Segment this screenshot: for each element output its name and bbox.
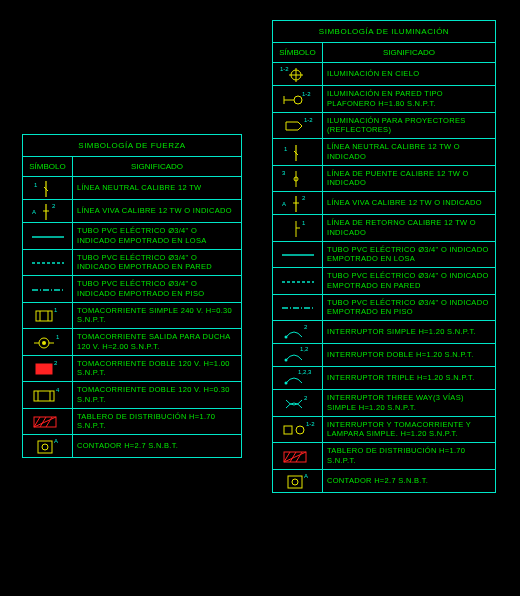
tube-pared-icon xyxy=(23,250,73,276)
int-toma-lamp-icon: 1-2 xyxy=(273,417,323,443)
iluminacion-meaning: TUBO PVC ELÉCTRICO Ø3/4" O INDICADO EMPO… xyxy=(323,268,495,294)
iluminacion-title: SIMBOLOGÍA DE ILUMINACIÓN xyxy=(273,21,495,43)
svg-point-15 xyxy=(42,341,46,345)
iluminacion-row: A2LÍNEA VIVA CALIBRE 12 TW O INDICADO xyxy=(273,192,495,215)
iluminacion-row: ACONTADOR H=2.7 S.N.B.T. xyxy=(273,470,495,492)
fuerza-meaning: TUBO PVC ELÉCTRICO Ø3/4" O INDICADO EMPO… xyxy=(73,276,241,302)
fuerza-title: SIMBOLOGÍA DE FUERZA xyxy=(23,135,241,157)
svg-text:2: 2 xyxy=(302,195,306,201)
svg-point-58 xyxy=(284,336,287,339)
svg-point-31 xyxy=(42,444,48,450)
iluminacion-meaning: LÍNEA NEUTRAL CALIBRE 12 TW O INDICADO xyxy=(323,139,495,165)
svg-text:2: 2 xyxy=(304,395,308,401)
fuerza-meaning: TUBO PVC ELÉCTRICO Ø3/4" O INDICADO EMPO… xyxy=(73,223,241,249)
fuerza-row: TABLERO DE DISTRIBUCIÓN H=1.70 S.N.P.T. xyxy=(23,409,241,436)
fuerza-row: A2LÍNEA VIVA CALIBRE 12 TW O INDICADO xyxy=(23,200,241,223)
ilum-pared-icon: 1-2 xyxy=(273,86,323,112)
puente-line-icon: 3 xyxy=(273,166,323,192)
svg-rect-21 xyxy=(34,391,54,401)
svg-rect-65 xyxy=(284,426,292,434)
svg-text:A: A xyxy=(304,473,308,479)
iluminacion-meaning: TABLERO DE DISTRIBUCIÓN H=1.70 S.N.P.T. xyxy=(323,443,495,469)
fuerza-row: 2TOMACORRIENTE DOBLE 120 V. H=1.00 S.N.P… xyxy=(23,356,241,383)
iluminacion-row: 3LÍNEA DE PUENTE CALIBRE 12 TW O INDICAD… xyxy=(273,166,495,193)
svg-text:1: 1 xyxy=(284,146,288,152)
tube-pared-r-icon xyxy=(273,268,323,294)
iluminacion-meaning: ILUMINACIÓN EN CIELO xyxy=(323,63,495,85)
iluminacion-meaning: ILUMINACIÓN PARA PROYECTORES (REFLECTORE… xyxy=(323,113,495,139)
iluminacion-header: SÍMBOLO SIGNIFICADO xyxy=(273,43,495,63)
iluminacion-row: TABLERO DE DISTRIBUCIÓN H=1.70 S.N.P.T. xyxy=(273,443,495,470)
iluminacion-meaning: INTERRUPTOR THREE WAY(3 VÍAS) SIMPLE H=1… xyxy=(323,390,495,416)
svg-text:2: 2 xyxy=(52,203,56,209)
toma-simple-icon: 1 xyxy=(23,303,73,329)
fuerza-meaning: TUBO PVC ELÉCTRICO Ø3/4" O INDICADO EMPO… xyxy=(73,250,241,276)
svg-point-66 xyxy=(296,426,304,434)
iluminacion-row: 1,2,3INTERRUPTOR TRIPLE H=1.20 S.N.P.T. xyxy=(273,367,495,390)
fuerza-header-meaning: SIGNIFICADO xyxy=(73,157,241,176)
fuerza-header-symbol: SÍMBOLO xyxy=(23,157,73,176)
fuerza-row: 1TOMACORRIENTE SIMPLE 240 V. H=0.30 S.N.… xyxy=(23,303,241,330)
contador-icon: A xyxy=(23,435,73,457)
svg-text:1: 1 xyxy=(56,334,60,340)
contador-r-icon: A xyxy=(273,470,323,492)
tube-losa-r-icon xyxy=(273,242,323,268)
iluminacion-header-meaning: SIGNIFICADO xyxy=(323,43,495,62)
fuerza-row: TUBO PVC ELÉCTRICO Ø3/4" O INDICADO EMPO… xyxy=(23,276,241,303)
toma-doble-100-icon: 2 xyxy=(23,356,73,382)
iluminacion-meaning: INTERRUPTOR Y TOMACORRIENTE Y LAMPARA SI… xyxy=(323,417,495,443)
iluminacion-meaning: CONTADOR H=2.7 S.N.B.T. xyxy=(323,470,495,492)
toma-doble-030-icon: 4 xyxy=(23,382,73,408)
fuerza-panel: SIMBOLOGÍA DE FUERZA SÍMBOLO SIGNIFICADO… xyxy=(22,134,242,458)
svg-text:A: A xyxy=(32,209,36,215)
svg-point-62 xyxy=(284,382,287,385)
iluminacion-row: TUBO PVC ELÉCTRICO Ø3/4" O INDICADO EMPO… xyxy=(273,242,495,269)
svg-text:4: 4 xyxy=(56,387,60,393)
svg-point-74 xyxy=(292,479,298,485)
svg-text:1: 1 xyxy=(34,182,38,188)
int-3way-icon: 2 xyxy=(273,390,323,416)
iluminacion-row: 1-2ILUMINACIÓN EN PARED TIPO PLAFONERO H… xyxy=(273,86,495,113)
svg-text:2: 2 xyxy=(304,324,308,330)
fuerza-row: TUBO PVC ELÉCTRICO Ø3/4" O INDICADO EMPO… xyxy=(23,223,241,250)
fuerza-meaning: TOMACORRIENTE SALIDA PARA DUCHA 120 V. H… xyxy=(73,329,241,355)
fuerza-meaning: TABLERO DE DISTRIBUCIÓN H=1.70 S.N.P.T. xyxy=(73,409,241,435)
iluminacion-row: 2INTERRUPTOR SIMPLE H=1.20 S.N.P.T. xyxy=(273,321,495,344)
svg-rect-19 xyxy=(36,364,52,374)
iluminacion-header-symbol: SÍMBOLO xyxy=(273,43,323,62)
svg-text:1: 1 xyxy=(54,307,58,313)
iluminacion-meaning: TUBO PVC ELÉCTRICO Ø3/4" O INDICADO EMPO… xyxy=(323,295,495,321)
ilum-proy-icon: 1-2 xyxy=(273,113,323,139)
neutral-line-icon: 1 xyxy=(23,177,73,199)
svg-line-29 xyxy=(46,417,52,427)
fuerza-row: TUBO PVC ELÉCTRICO Ø3/4" O INDICADO EMPO… xyxy=(23,250,241,277)
fuerza-meaning: TOMACORRIENTE DOBLE 120 V. H=0.30 S.N.P.… xyxy=(73,382,241,408)
iluminacion-row: 1,2INTERRUPTOR DOBLE H=1.20 S.N.P.T. xyxy=(273,344,495,367)
fuerza-row: 1TOMACORRIENTE SALIDA PARA DUCHA 120 V. … xyxy=(23,329,241,356)
retorno-line-icon: 1 xyxy=(273,215,323,241)
iluminacion-meaning: INTERRUPTOR DOBLE H=1.20 S.N.P.T. xyxy=(323,344,495,366)
tablero-r-icon xyxy=(273,443,323,469)
live-line-r-icon: A2 xyxy=(273,192,323,214)
tube-losa-icon xyxy=(23,223,73,249)
svg-text:A: A xyxy=(54,438,58,444)
int-simple-icon: 2 xyxy=(273,321,323,343)
toma-ducha-icon: 1 xyxy=(23,329,73,355)
iluminacion-row: 1LÍNEA NEUTRAL CALIBRE 12 TW O INDICADO xyxy=(273,139,495,166)
svg-text:1-2: 1-2 xyxy=(304,117,313,123)
svg-rect-10 xyxy=(36,311,52,321)
iluminacion-row: 1-2INTERRUPTOR Y TOMACORRIENTE Y LAMPARA… xyxy=(273,417,495,444)
fuerza-meaning: LÍNEA NEUTRAL CALIBRE 12 TW xyxy=(73,177,241,199)
svg-text:2: 2 xyxy=(54,360,58,366)
fuerza-row: 1LÍNEA NEUTRAL CALIBRE 12 TW xyxy=(23,177,241,200)
svg-text:1-2: 1-2 xyxy=(302,91,311,97)
svg-rect-73 xyxy=(288,476,302,488)
svg-text:A: A xyxy=(282,201,286,207)
iluminacion-row: 1LÍNEA DE RETORNO CALIBRE 12 TW O INDICA… xyxy=(273,215,495,242)
fuerza-meaning: TOMACORRIENTE DOBLE 120 V. H=1.00 S.N.P.… xyxy=(73,356,241,382)
svg-line-72 xyxy=(296,452,302,462)
svg-text:1-2: 1-2 xyxy=(306,421,315,427)
iluminacion-meaning: LÍNEA DE RETORNO CALIBRE 12 TW O INDICAD… xyxy=(323,215,495,241)
iluminacion-meaning: INTERRUPTOR SIMPLE H=1.20 S.N.P.T. xyxy=(323,321,495,343)
fuerza-meaning: TOMACORRIENTE SIMPLE 240 V. H=0.30 S.N.P… xyxy=(73,303,241,329)
